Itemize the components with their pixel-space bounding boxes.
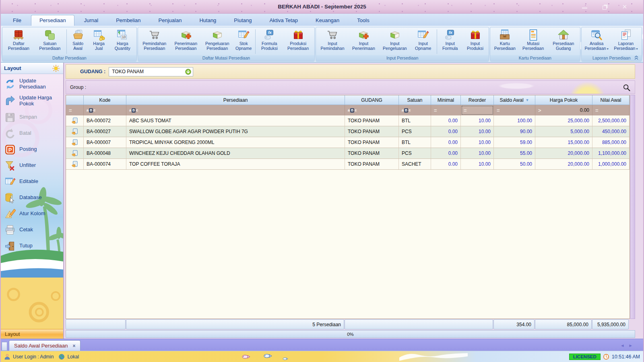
cell-harga-pokok[interactable]: 5,000.00 bbox=[535, 126, 592, 137]
cell-satuan[interactable]: PCS bbox=[399, 148, 431, 158]
cell-persediaan[interactable]: WINCHEEZ KEJU CHEDDAR OLAHAN GOLD bbox=[126, 148, 345, 158]
cell-minimal[interactable]: 0.00 bbox=[431, 148, 461, 158]
column-header-minimal[interactable]: Minimal bbox=[431, 95, 461, 105]
filter-cell-kode[interactable]: aBc bbox=[84, 105, 126, 115]
ribbon-button-kartu-persediaan[interactable]: Kartu Persediaan bbox=[491, 28, 518, 55]
sidebar-item-atur-kolom[interactable]: Atur Kolom bbox=[1, 206, 63, 222]
ribbon-button-pemindahan-persediaan[interactable]: Pemindahan Persediaan bbox=[139, 28, 170, 55]
cell-satuan[interactable]: SACHET bbox=[399, 159, 431, 169]
column-header-persediaan[interactable]: Persediaan bbox=[126, 95, 345, 105]
column-header-gudang[interactable]: GUDANG bbox=[345, 95, 399, 105]
row-select-icon[interactable] bbox=[66, 159, 84, 169]
menu-tab-penjualan[interactable]: Penjualan bbox=[151, 15, 190, 26]
sidebar-item-tutup[interactable]: Tutup bbox=[1, 238, 63, 254]
cell-harga-pokok[interactable]: 25,000.00 bbox=[535, 115, 592, 126]
sidebar-item-cetak[interactable]: Cetak bbox=[1, 222, 63, 238]
ribbon-button-satuan-persediaan[interactable]: Satuan Persediaan bbox=[34, 28, 66, 55]
ribbon-button-input-opname[interactable]: Input Opname bbox=[411, 28, 436, 55]
group-by-bar[interactable]: Group : bbox=[66, 80, 635, 94]
cell-nilai-awal[interactable]: 450,000.00 bbox=[592, 126, 630, 137]
column-header-nilai-awal[interactable]: Nilai Awal bbox=[592, 95, 630, 105]
table-row[interactable]: BA-000074TOP COFFEE TORAJATOKO PANAMSACH… bbox=[66, 159, 630, 170]
cell-saldo-awal[interactable]: 100.00 bbox=[494, 115, 535, 126]
sidebar-footer-bar[interactable]: Layout bbox=[1, 329, 63, 339]
menu-tab-jurnal[interactable]: Jurnal bbox=[76, 15, 106, 26]
filter-cell-persediaan[interactable]: aBc bbox=[126, 105, 345, 115]
combo-dropdown-icon[interactable] bbox=[185, 68, 192, 75]
vertical-scrollbar[interactable] bbox=[630, 95, 635, 319]
cell-minimal[interactable]: 0.00 bbox=[431, 115, 461, 126]
menu-tab-keuangan[interactable]: Keuangan bbox=[308, 15, 347, 26]
column-header-row-indicator[interactable] bbox=[66, 95, 84, 105]
ribbon-button-harga-quantity[interactable]: 10Harga Quantity bbox=[109, 28, 136, 55]
cell-reorder[interactable]: 10.00 bbox=[461, 126, 494, 137]
table-row[interactable]: BA-000027SWALLOW GLOBE AGAR AGAR POWDER … bbox=[66, 126, 630, 137]
menu-tab-file[interactable]: File bbox=[5, 15, 29, 26]
cell-reorder[interactable]: 10.00 bbox=[461, 115, 494, 126]
ribbon-button-daftar-persediaan[interactable]: Daftar Persediaan bbox=[3, 28, 34, 55]
cell-harga-pokok[interactable]: 20,000.00 bbox=[535, 159, 592, 169]
cell-kode[interactable]: BA-000007 bbox=[84, 137, 126, 148]
sidebar-item-editable[interactable]: Editable bbox=[1, 174, 63, 190]
cell-persediaan[interactable]: SWALLOW GLOBE AGAR AGAR POWDER PUTIH 7G bbox=[126, 126, 345, 137]
ribbon-button-penerimaan-persediaan[interactable]: Penerimaan Persediaan bbox=[170, 28, 202, 55]
row-select-icon[interactable] bbox=[66, 126, 84, 137]
filter-cell-gudang[interactable]: aBc bbox=[345, 105, 399, 115]
cell-nilai-awal[interactable]: 2,500,000.00 bbox=[592, 115, 630, 126]
cell-persediaan[interactable]: TROPICAL MINYAK GORENG 2000ML bbox=[126, 137, 345, 148]
filter-cell-row-indicator[interactable]: = bbox=[66, 105, 84, 115]
tab-scroll-right-icon[interactable]: ▸ bbox=[629, 342, 632, 348]
cell-kode[interactable]: BA-000072 bbox=[84, 115, 126, 126]
cell-kode[interactable]: BA-000027 bbox=[84, 126, 126, 137]
cell-satuan[interactable]: PCS bbox=[399, 126, 431, 137]
column-header-reorder[interactable]: Reorder bbox=[461, 95, 494, 105]
menu-tab-pembelian[interactable]: Pembelian bbox=[108, 15, 149, 26]
ribbon-button-analisa-persediaan[interactable]: Analisa Persediaan ▾ bbox=[582, 28, 611, 55]
cell-minimal[interactable]: 0.00 bbox=[431, 137, 461, 148]
column-header-saldo-awal[interactable]: Saldo Awal▼ bbox=[494, 95, 535, 105]
sidebar-item-update-harga-pokok[interactable]: Update Harga Pokok bbox=[1, 93, 63, 109]
filter-cell-nilai-awal[interactable]: = bbox=[592, 105, 630, 115]
ribbon-button-mutasi-persediaan[interactable]: Mutasi Persediaan bbox=[518, 28, 548, 55]
column-header-kode[interactable]: Kode bbox=[84, 95, 126, 105]
cell-gudang[interactable]: TOKO PANAM bbox=[345, 137, 399, 148]
menu-tab-persediaan[interactable]: Persediaan bbox=[31, 15, 74, 26]
ribbon-button-formula-produksi[interactable]: fxFormula Produksi bbox=[256, 28, 283, 55]
filter-cell-minimal[interactable]: = bbox=[431, 105, 461, 115]
sidebar-item-update-persediaan[interactable]: Update Persediaan bbox=[1, 76, 63, 93]
cell-persediaan[interactable]: ABC SAUS TOMAT bbox=[126, 115, 345, 126]
ribbon-button-produksi-persediaan[interactable]: Produksi Persediaan bbox=[283, 28, 314, 55]
menu-tab-hutang[interactable]: Hutang bbox=[191, 15, 224, 26]
row-select-icon[interactable] bbox=[66, 115, 84, 126]
menu-tab-aktiva-tetap[interactable]: Aktiva Tetap bbox=[261, 15, 306, 26]
ribbon-button-input-pengeluaran[interactable]: Input Pengeluaran bbox=[379, 28, 411, 55]
cell-minimal[interactable]: 0.00 bbox=[431, 159, 461, 169]
cell-gudang[interactable]: TOKO PANAM bbox=[345, 126, 399, 137]
menu-tab-piutang[interactable]: Piutang bbox=[226, 15, 260, 26]
close-button[interactable]: ✕ bbox=[621, 4, 628, 10]
filter-cell-reorder[interactable]: = bbox=[461, 105, 494, 115]
table-row[interactable]: BA-000048WINCHEEZ KEJU CHEDDAR OLAHAN GO… bbox=[66, 148, 630, 159]
cell-reorder[interactable]: 10.00 bbox=[461, 137, 494, 148]
cell-saldo-awal[interactable]: 55.00 bbox=[494, 148, 535, 158]
cell-persediaan[interactable]: TOP COFFEE TORAJA bbox=[126, 159, 345, 169]
cell-satuan[interactable]: BTL bbox=[399, 115, 431, 126]
column-header-harga-pokok[interactable]: Harga Pokok bbox=[535, 95, 592, 105]
ribbon-button-input-formula[interactable]: fxInput Formula bbox=[438, 28, 462, 55]
cell-saldo-awal[interactable]: 90.00 bbox=[494, 126, 535, 137]
tab-scroll-left-icon[interactable]: ◂ bbox=[621, 342, 624, 348]
tab-close-icon[interactable]: × bbox=[72, 343, 75, 349]
gudang-combobox[interactable]: TOKO PANAM bbox=[109, 67, 193, 76]
filter-cell-harga-pokok[interactable]: >0.00 bbox=[535, 105, 592, 115]
ribbon-button-stok-opname[interactable]: Stok Opname bbox=[233, 28, 254, 55]
menu-tab-tools[interactable]: Tools bbox=[349, 15, 377, 26]
ribbon-button-pengeluaran-persediaan[interactable]: Pengeluaran Persediaan bbox=[202, 28, 233, 55]
cell-gudang[interactable]: TOKO PANAM bbox=[345, 115, 399, 126]
cell-reorder[interactable]: 10.00 bbox=[461, 148, 494, 158]
tab-saldo-awal-persediaan[interactable]: Saldo Awal Persediaan × bbox=[9, 340, 80, 351]
cell-saldo-awal[interactable]: 50.00 bbox=[494, 159, 535, 169]
ribbon-button-input-penerimaan[interactable]: Input Penerimaan bbox=[348, 28, 379, 55]
ribbon-button-laporan-persediaan[interactable]: Laporan Persediaan ▾ bbox=[611, 28, 641, 55]
sidebar-item-posting[interactable]: PPosting bbox=[1, 142, 63, 158]
restore-button[interactable] bbox=[601, 4, 608, 10]
